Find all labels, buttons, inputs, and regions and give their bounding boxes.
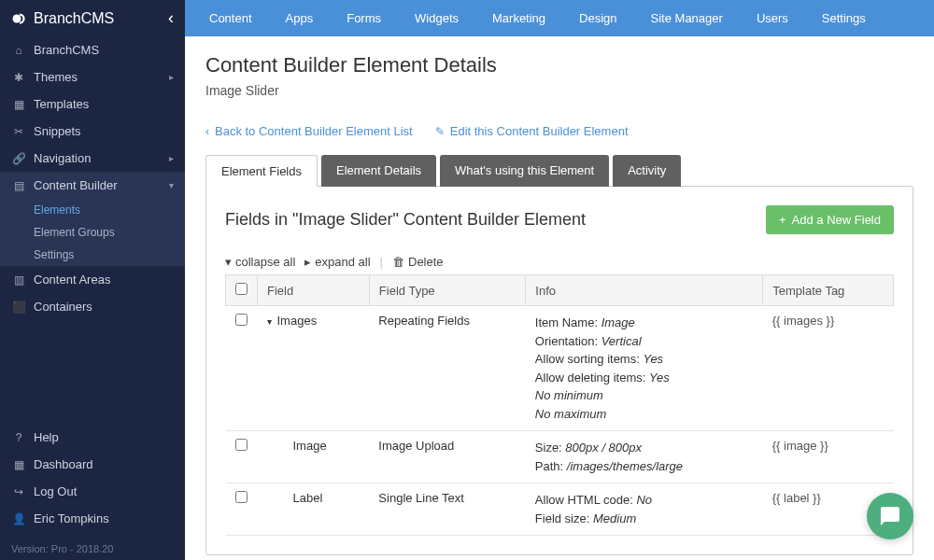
- template-tag-cell: {{ image }}: [763, 431, 894, 483]
- field-type-cell: Repeating Fields: [369, 306, 525, 431]
- panel-header: Fields in "Image Slider" Content Builder…: [225, 205, 894, 234]
- logo[interactable]: BranchCMS: [11, 10, 114, 27]
- collapse-all-link[interactable]: ▾ collapse all: [225, 255, 295, 269]
- column-header: Field: [258, 275, 370, 306]
- sidebar-item-content-areas[interactable]: ▥Content Areas: [0, 266, 185, 293]
- link-icon: 🔗: [11, 152, 26, 165]
- chat-icon: [879, 505, 901, 527]
- topnav-design[interactable]: Design: [562, 0, 633, 36]
- sidebar-subitem-settings[interactable]: Settings: [0, 244, 185, 266]
- expand-all-link[interactable]: ▸ expand all: [304, 255, 370, 269]
- sidebar-collapse-icon[interactable]: ‹: [168, 8, 174, 28]
- sidebar: BranchCMS ‹ ⌂BranchCMS✱Themes▸▦Templates…: [0, 0, 185, 560]
- chevron-right-icon: ▸: [169, 153, 174, 163]
- topnav-widgets[interactable]: Widgets: [398, 0, 475, 36]
- row-checkbox[interactable]: [235, 491, 248, 503]
- sidebar-subitem-elements[interactable]: Elements: [0, 199, 185, 221]
- info-cell: Allow HTML code: NoField size: Medium: [526, 483, 763, 536]
- panel-title: Fields in "Image Slider" Content Builder…: [225, 210, 586, 230]
- template-icon: ▦: [11, 98, 26, 111]
- chevron-left-icon: ‹: [205, 125, 209, 138]
- sidebar-item-label: Containers: [34, 300, 92, 314]
- info-cell: Item Name: ImageOrientation: VerticalAll…: [526, 306, 763, 431]
- pencil-icon: ✎: [435, 125, 445, 138]
- chevron-down-icon: ▾: [169, 180, 174, 190]
- select-all-checkbox[interactable]: [235, 283, 248, 295]
- brand-icon: [11, 10, 28, 27]
- column-header: Field Type: [369, 275, 525, 306]
- fields-table: FieldField TypeInfoTemplate Tag ▾ImagesR…: [225, 274, 894, 536]
- delete-link[interactable]: 🗑 Delete: [392, 255, 444, 269]
- add-field-button[interactable]: + Add a New Field: [766, 205, 894, 234]
- table-row: ImageImage UploadSize: 800px / 800pxPath…: [226, 431, 894, 483]
- tab-activity[interactable]: Activity: [613, 155, 681, 187]
- plus-icon: +: [779, 213, 786, 227]
- help-icon: ?: [11, 431, 26, 444]
- tab-what-s-using-this-element[interactable]: What's using this Element: [440, 155, 609, 187]
- sidebar-item-label: Templates: [34, 97, 89, 111]
- column-header: Info: [526, 275, 763, 306]
- main-area: ContentAppsFormsWidgetsMarketingDesignSi…: [185, 0, 934, 560]
- field-name-cell[interactable]: ▾Images: [258, 306, 370, 431]
- content-area: Content Builder Element Details Image Sl…: [185, 36, 934, 560]
- tab-element-fields[interactable]: Element Fields: [205, 155, 318, 187]
- tab-element-details[interactable]: Element Details: [321, 155, 436, 187]
- edit-link-label: Edit this Content Builder Element: [450, 124, 629, 138]
- sidebar-footer-dashboard[interactable]: ▦Dashboard: [0, 451, 185, 478]
- table-row: LabelSingle Line TextAllow HTML code: No…: [226, 483, 894, 536]
- table-actions: ▾ collapse all ▸ expand all | 🗑 Delete: [225, 255, 894, 269]
- topnav-site-manager[interactable]: Site Manager: [634, 0, 740, 36]
- topnav-settings[interactable]: Settings: [805, 0, 883, 36]
- sidebar-footer: ?Help▦Dashboard↪Log Out👤Eric Tompkins: [0, 424, 185, 538]
- sidebar-item-label: Log Out: [34, 484, 77, 498]
- sidebar-item-branchcms[interactable]: ⌂BranchCMS: [0, 36, 185, 63]
- user-icon: 👤: [11, 512, 26, 525]
- field-type-cell: Single Line Text: [369, 483, 525, 536]
- sidebar-header[interactable]: BranchCMS ‹: [0, 0, 185, 36]
- field-name-cell[interactable]: Label: [258, 483, 370, 536]
- field-name-cell[interactable]: Image: [258, 431, 370, 483]
- topnav-users[interactable]: Users: [740, 0, 805, 36]
- sidebar-item-label: Help: [34, 430, 59, 444]
- grid-icon: ▤: [11, 179, 26, 192]
- sidebar-footer-log-out[interactable]: ↪Log Out: [0, 478, 185, 505]
- separator: |: [380, 255, 383, 269]
- sidebar-item-label: Themes: [34, 70, 78, 84]
- sidebar-subitem-element-groups[interactable]: Element Groups: [0, 221, 185, 244]
- topnav-forms[interactable]: Forms: [330, 0, 398, 36]
- chevron-right-icon: ▸: [169, 72, 174, 82]
- row-checkbox[interactable]: [235, 314, 248, 326]
- add-field-label: Add a New Field: [792, 213, 881, 227]
- sidebar-item-content-builder[interactable]: ▤Content Builder▾: [0, 172, 185, 199]
- edit-link[interactable]: ✎ Edit this Content Builder Element: [435, 124, 629, 138]
- field-type-cell: Image Upload: [369, 431, 525, 483]
- back-link-label: Back to Content Builder Element List: [215, 124, 413, 138]
- tab-panel: Fields in "Image Slider" Content Builder…: [205, 186, 913, 555]
- sidebar-item-navigation[interactable]: 🔗Navigation▸: [0, 145, 185, 172]
- topnav-marketing[interactable]: Marketing: [475, 0, 562, 36]
- brand-name: BranchCMS: [34, 10, 114, 27]
- sidebar-footer-eric-tompkins[interactable]: 👤Eric Tompkins: [0, 505, 185, 532]
- breadcrumb-actions: ‹ Back to Content Builder Element List ✎…: [205, 124, 913, 138]
- back-link[interactable]: ‹ Back to Content Builder Element List: [205, 124, 413, 138]
- table-row: ▾ImagesRepeating FieldsItem Name: ImageO…: [226, 306, 894, 431]
- caret-right-icon: ▸: [304, 255, 311, 269]
- sidebar-item-label: Content Areas: [34, 273, 110, 287]
- template-tag-cell: {{ images }}: [763, 306, 894, 431]
- chat-bubble-button[interactable]: [867, 493, 913, 539]
- logout-icon: ↪: [11, 485, 26, 498]
- page-subtitle: Image Slider: [205, 83, 913, 98]
- sidebar-item-containers[interactable]: ⬛Containers: [0, 293, 185, 320]
- topnav-content[interactable]: Content: [192, 0, 269, 36]
- sidebar-item-themes[interactable]: ✱Themes▸: [0, 63, 185, 91]
- sidebar-item-templates[interactable]: ▦Templates: [0, 91, 185, 118]
- trash-icon: 🗑: [392, 255, 404, 269]
- caret-down-icon[interactable]: ▾: [267, 316, 272, 327]
- column-header: Template Tag: [763, 275, 894, 306]
- row-checkbox[interactable]: [235, 439, 248, 451]
- svg-point-0: [13, 14, 21, 22]
- sidebar-footer-help[interactable]: ?Help: [0, 424, 185, 451]
- sidebar-item-snippets[interactable]: ✂Snippets: [0, 118, 185, 145]
- topnav-apps[interactable]: Apps: [269, 0, 331, 36]
- gear-icon: ✱: [11, 71, 26, 84]
